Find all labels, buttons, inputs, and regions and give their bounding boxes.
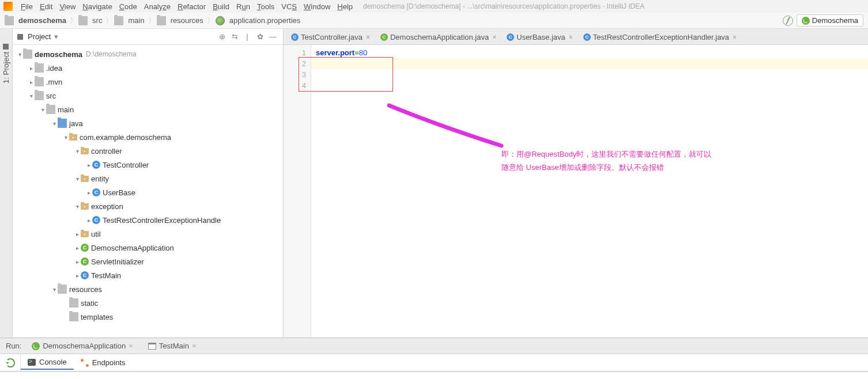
annotation-arrow-icon xyxy=(386,103,513,160)
tree-node-static[interactable]: static xyxy=(13,296,283,310)
menu-item[interactable]: Refactor xyxy=(174,1,209,12)
tree-node-package[interactable]: ▾ com.example.demoschema xyxy=(13,130,283,144)
editor-tab[interactable]: C DemoschemaApplication.java × xyxy=(375,29,501,44)
expand-icon[interactable]: ▸ xyxy=(28,79,35,85)
expand-icon[interactable]: ▾ xyxy=(51,286,58,293)
tool-window-tab-project[interactable]: 1: Project xyxy=(1,40,12,87)
expand-icon[interactable]: ▸ xyxy=(85,162,92,168)
breadcrumb-item-file[interactable]: application.properties xyxy=(216,16,301,25)
tree-node-main[interactable]: ▾ main xyxy=(13,103,283,116)
editor-tab[interactable]: C TestRestControllerExceptionHandler.jav… xyxy=(578,29,742,44)
project-tree: ▾ demoschema D:\demoschema ▸ .idea ▸ .mv… xyxy=(13,45,283,338)
close-icon[interactable]: × xyxy=(569,33,573,41)
tree-label: com.example.demoschema xyxy=(80,133,171,142)
editor-tab[interactable]: C UserBase.java × xyxy=(501,29,578,44)
tree-node-controller[interactable]: ▾ controller xyxy=(13,144,283,158)
editor-body[interactable]: 1 2 3 4 server.port=80 即：用@RequestBody时，… xyxy=(284,45,868,338)
menu-item[interactable]: View xyxy=(56,1,79,12)
expand-icon[interactable]: ▾ xyxy=(74,176,81,182)
gear-icon[interactable]: ✿ xyxy=(254,31,266,43)
project-panel: Project ▾ ⊕ ⇆ | ✿ — ▾ demoschema D:\demo… xyxy=(13,29,284,338)
tree-node-templates[interactable]: templates xyxy=(13,310,283,324)
tree-node-src[interactable]: ▾ src xyxy=(13,89,283,103)
locate-icon[interactable]: ⊕ xyxy=(216,31,228,43)
tree-node-java[interactable]: ▾ java xyxy=(13,116,283,130)
breadcrumb-item-src[interactable]: src xyxy=(78,16,102,25)
collapse-icon[interactable]: ⇆ xyxy=(229,31,240,43)
run-config-selector[interactable]: Demoschema xyxy=(797,14,863,26)
breadcrumb-item-resources[interactable]: resources xyxy=(157,16,203,25)
close-icon[interactable]: × xyxy=(192,342,197,350)
rerun-button[interactable] xyxy=(0,354,21,371)
breadcrumb-item-main[interactable]: main xyxy=(114,16,144,25)
code-content[interactable]: server.port=80 即：用@RequestBody时，这里我们不需要做… xyxy=(311,45,868,338)
menu-item[interactable]: Window xyxy=(300,1,334,12)
dropdown-icon[interactable]: ▾ xyxy=(54,32,58,41)
editor-tab[interactable]: C TestController.java × xyxy=(286,29,375,44)
expand-icon[interactable]: ▾ xyxy=(39,107,46,113)
expand-icon[interactable]: ▾ xyxy=(74,203,81,210)
tree-label: templates xyxy=(81,313,113,321)
tree-node-class[interactable]: ▸ C DemoschemaApplication xyxy=(13,241,283,255)
expand-icon[interactable]: ▸ xyxy=(85,190,92,196)
tree-node-class[interactable]: ▸ C UserBase xyxy=(13,185,283,199)
run-tab-testmain[interactable]: TestMain × xyxy=(145,340,200,352)
close-icon[interactable]: × xyxy=(366,33,370,41)
expand-icon[interactable]: ▾ xyxy=(74,148,81,154)
tree-node-util[interactable]: ▸ util xyxy=(13,227,283,241)
hide-icon[interactable]: — xyxy=(267,31,278,43)
menu-item[interactable]: VCS xyxy=(278,1,300,12)
class-icon: C xyxy=(81,271,89,279)
expand-icon[interactable]: ▾ xyxy=(16,51,23,58)
tree-node-class[interactable]: ▸ C TestController xyxy=(13,158,283,172)
run-tab-demoschema[interactable]: DemoschemaApplication × xyxy=(28,340,136,352)
expand-icon[interactable]: ▸ xyxy=(28,65,35,71)
expand-icon[interactable]: ▾ xyxy=(28,93,35,99)
expand-icon[interactable]: ▾ xyxy=(62,134,69,141)
tree-node-class[interactable]: ▸ C TestMain xyxy=(13,268,283,282)
console-body[interactable] xyxy=(0,372,868,379)
tree-node-idea[interactable]: ▸ .idea xyxy=(13,61,283,75)
expand-icon[interactable]: ▸ xyxy=(74,272,81,279)
tree-node-mvn[interactable]: ▸ .mvn xyxy=(13,75,283,89)
console-tab[interactable]: Console xyxy=(21,355,74,370)
package-icon xyxy=(81,176,89,182)
tree-node-root[interactable]: ▾ demoschema D:\demoschema xyxy=(13,47,283,61)
rerun-icon xyxy=(6,358,15,367)
menu-item[interactable]: Tools xyxy=(254,1,278,12)
tree-node-resources[interactable]: ▾ resources xyxy=(13,282,283,296)
endpoints-tab[interactable]: Endpoints xyxy=(74,356,133,369)
expand-icon[interactable]: ▸ xyxy=(74,231,81,237)
breadcrumb-item-root[interactable]: demoschema xyxy=(5,16,66,25)
expand-icon[interactable]: ▸ xyxy=(85,217,92,223)
expand-icon[interactable]: ▸ xyxy=(74,245,81,251)
tree-label: main xyxy=(58,105,74,114)
run-tool-window-bar: Run: DemoschemaApplication × TestMain × xyxy=(0,338,868,354)
menu-item[interactable]: File xyxy=(17,1,36,12)
tree-node-exception[interactable]: ▾ exception xyxy=(13,199,283,213)
folder-icon xyxy=(78,16,88,25)
close-icon[interactable]: × xyxy=(733,33,737,41)
menu-item[interactable]: Navigate xyxy=(79,1,115,12)
menu-item[interactable]: Help xyxy=(334,1,356,12)
expand-icon[interactable]: ▸ xyxy=(74,259,81,265)
menu-item[interactable]: Code xyxy=(116,1,141,12)
menu-item[interactable]: Analyze xyxy=(141,1,174,12)
menu-item[interactable]: Edit xyxy=(36,1,56,12)
close-icon[interactable]: × xyxy=(129,342,133,350)
menu-item[interactable]: Run xyxy=(233,1,254,12)
console-tab-label: Endpoints xyxy=(92,358,126,367)
close-icon[interactable]: × xyxy=(492,33,496,41)
tree-label: demoschema xyxy=(35,50,82,59)
tree-label: util xyxy=(91,230,101,238)
compass-icon[interactable] xyxy=(783,16,793,26)
expand-icon[interactable]: ▾ xyxy=(51,120,58,127)
menu-item[interactable]: Build xyxy=(209,1,233,12)
tree-node-class[interactable]: ▸ C ServletInitializer xyxy=(13,255,283,268)
application-icon xyxy=(148,343,156,350)
tree-label: src xyxy=(46,92,56,100)
tree-node-entity[interactable]: ▾ entity xyxy=(13,172,283,185)
class-icon: C xyxy=(507,33,514,41)
class-icon: C xyxy=(92,188,100,196)
tree-node-class[interactable]: ▸ C TestRestControllerExceptionHandle xyxy=(13,213,283,227)
